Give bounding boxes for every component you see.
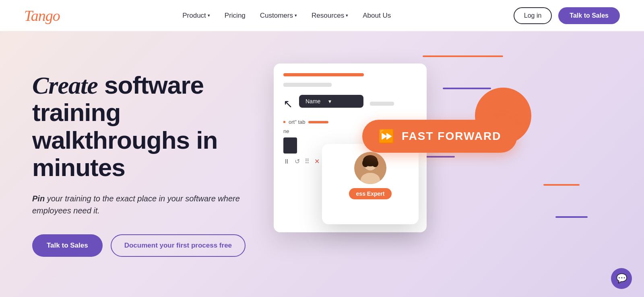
hero-buttons: Talk to Sales Document your first proces…	[32, 234, 250, 257]
navbar: Tango Product ▾ Pricing Customers ▾ Reso…	[0, 0, 644, 31]
fast-forward-badge: ⏩ FAST FORWARD	[362, 120, 517, 153]
hero-right: ↖ Name ▾ ort" tab ne ⏸ ↺ ⠿ ✕	[250, 31, 644, 297]
nav-link-resources[interactable]: Resources ▾	[312, 12, 348, 20]
hero-subtext: Pin your training to the exact place in …	[32, 193, 250, 217]
hero-headline: Create softwaretrainingwalkthroughs inmi…	[32, 72, 250, 181]
nav-item-about[interactable]: About Us	[363, 12, 391, 20]
ui-card-sub: ess Expert	[322, 144, 419, 224]
card-dark-block	[283, 137, 297, 154]
hero-left: Create softwaretrainingwalkthroughs inmi…	[0, 31, 250, 297]
login-button[interactable]: Log in	[514, 7, 552, 24]
name-dropdown[interactable]: Name ▾	[299, 95, 363, 108]
expert-badge: ess Expert	[349, 188, 392, 199]
card-gray-bar-2	[370, 102, 394, 106]
nav-link-pricing[interactable]: Pricing	[225, 12, 246, 20]
nav-actions: Log in Talk to Sales	[514, 7, 620, 24]
nav-link-customers[interactable]: Customers ▾	[260, 12, 297, 20]
hero-free-button[interactable]: Document your first process free	[111, 234, 246, 257]
nav-item-customers[interactable]: Customers ▾	[260, 12, 297, 20]
chat-bubble-button[interactable]: 💬	[611, 268, 632, 289]
refresh-icon: ↺	[295, 158, 300, 165]
chevron-down-icon: ▾	[295, 13, 297, 18]
talk-to-sales-button[interactable]: Talk to Sales	[558, 7, 620, 24]
nav-item-pricing[interactable]: Pricing	[225, 12, 246, 20]
card-accent-dot	[283, 121, 285, 123]
nav-link-product[interactable]: Product ▾	[182, 12, 210, 20]
card-orange-bar	[283, 73, 364, 76]
svg-point-4	[362, 159, 369, 167]
pause-icon: ⏸	[283, 158, 290, 165]
chevron-down-icon: ▾	[346, 13, 348, 18]
nav-links: Product ▾ Pricing Customers ▾ Resources …	[182, 12, 391, 20]
hero-talk-sales-button[interactable]: Talk to Sales	[32, 234, 103, 257]
chevron-down-icon: ▾	[208, 13, 210, 18]
cursor-icon: ↖	[283, 97, 293, 111]
nav-item-product[interactable]: Product ▾	[182, 12, 210, 20]
card-orange-bar-small	[308, 121, 328, 123]
logo: Tango	[24, 7, 60, 25]
nav-link-about[interactable]: About Us	[363, 12, 391, 20]
fast-forward-icon: ⏩	[378, 129, 395, 144]
svg-point-5	[372, 159, 378, 167]
close-icon: ✕	[314, 158, 320, 165]
nav-item-resources[interactable]: Resources ▾	[312, 12, 348, 20]
chat-icon: 💬	[616, 273, 627, 284]
hero-section: Create softwaretrainingwalkthroughs inmi…	[0, 31, 644, 297]
avatar	[354, 152, 386, 184]
card-gray-bar-1	[283, 83, 332, 87]
grid-icon: ⠿	[305, 158, 310, 165]
